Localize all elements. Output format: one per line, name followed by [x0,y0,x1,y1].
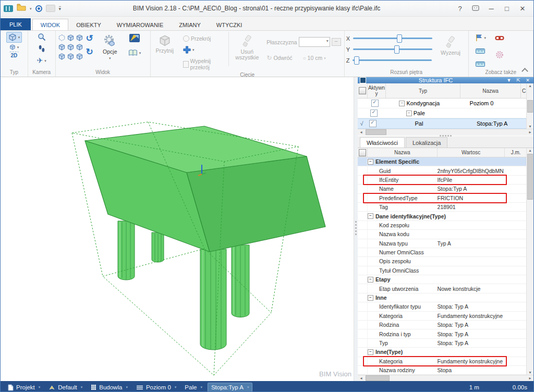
property-row[interactable]: Guid2nfnyY05rCrfgDIBhQdbMN [358,166,527,175]
tab-widok[interactable]: WIDOK [32,19,68,30]
links-icon[interactable] [495,34,504,43]
plane-combobox[interactable] [299,37,330,47]
structure-header-row[interactable]: Aktywny Typ Nazwa C [358,83,527,99]
property-row[interactable]: NameStopa:Typ A [358,185,527,193]
tab-lokalizacja[interactable]: Lokalizacja [406,137,447,148]
property-row[interactable]: Tytuł OmniClass [358,266,527,275]
property-row-ifcentity[interactable]: IfcEntityIfcPile [358,176,527,185]
structure-hscrollbar[interactable]: ◂ ▸ [358,129,533,135]
maximize-button[interactable]: □ [499,5,515,13]
tree-row-pale[interactable]: Pale [358,108,527,118]
collapse-icon[interactable] [368,349,373,355]
view-3d-button[interactable]: ▾ [6,32,22,43]
rotate-cw-icon[interactable]: ↻ [86,47,93,57]
structure-vscrollbar[interactable]: ▴▾ [526,83,533,129]
property-row[interactable]: Numer OmniClass [358,248,527,257]
pile-back [152,232,164,262]
gear-pink-icon[interactable] [495,51,504,61]
ruler-vertical-icon[interactable] [476,59,485,69]
flags-button[interactable]: ▾ [474,33,488,43]
property-group-row[interactable]: Dane identyfikacyjne(Type) [358,212,527,220]
minimize-button[interactable]: ─ [483,5,499,13]
zoom-extents-button[interactable] [35,5,42,12]
open-dropdown-icon[interactable]: ▾ [30,7,32,10]
property-row[interactable]: KategoriaFundamenty konstrukcyjne [358,312,527,321]
fullscreen-button[interactable] [468,5,483,13]
scrollbar-thumb[interactable] [366,129,386,135]
panel-dock-icon[interactable]: ⇱ [515,78,522,83]
viewport-3d[interactable]: BIM Vision [1,77,354,381]
properties-vscrollbar[interactable]: ▴▾ [526,148,533,375]
explode-y-slider[interactable] [353,48,432,50]
tab-plik[interactable]: PLIK [1,18,31,30]
property-row-kategoria-type[interactable]: KategoriaFundamenty konstrukcyjne [358,357,527,366]
property-row[interactable]: Nazwa rodzinyStopa [358,366,527,375]
tab-zmiany[interactable]: ZMIANY [171,19,209,30]
tab-obiekty[interactable]: OBIEKTY [68,19,109,30]
table-options-icon[interactable] [359,87,366,94]
tab-wtyczki[interactable]: WTYCZKI [209,19,250,30]
panel-close-icon[interactable]: ✕ [524,78,531,83]
properties-hscrollbar[interactable]: ◂ ▸ [358,375,533,381]
options-button[interactable]: Opcje ▾ [95,33,125,61]
statusbar-item-pale[interactable]: Pale▾ [181,383,205,391]
tab-wlasciwosci[interactable]: Właściwości [360,137,405,148]
explode-x-slider[interactable] [353,38,432,39]
table-options-icon[interactable] [359,149,366,156]
statusbar-item-budowla[interactable]: Budowla▾ [88,383,131,391]
collapse-icon[interactable] [368,159,373,165]
active-checkbox[interactable] [369,120,377,127]
statusbar-item-projekt[interactable]: Projekt▾ [5,383,43,392]
help-button[interactable]: ? [452,5,468,13]
tree-row-pal-selected[interactable]: √ Pal Stopa:Typ A [358,118,527,129]
property-group-row[interactable]: Inne(Type) [358,348,527,357]
properties-header-row[interactable]: Nazwa Wartosc J.m. [358,148,527,157]
structure-panel-titlebar[interactable]: Struktura IFC ▼ ⇱ ✕ [358,77,533,83]
explode-z-slider[interactable] [353,59,432,61]
walk-tool-icon[interactable] [37,44,47,54]
minimap-icon[interactable] [129,34,140,44]
property-row[interactable]: Kod zespołu [358,221,527,230]
scrollbar-thumb[interactable] [527,154,533,200]
map-view-icon[interactable]: ▾ [127,48,143,57]
property-row[interactable]: Etap utworzeniaNowe konstrukcje [358,284,527,293]
property-row[interactable]: Identyfikator typuStopa: Typ A [358,302,527,311]
property-row[interactable]: Tag218901 [358,203,527,212]
collapse-icon[interactable] [368,295,373,301]
active-checkbox[interactable] [370,109,378,117]
collapse-icon[interactable] [399,101,405,106]
property-group-row[interactable]: Inne [358,293,527,302]
statusbar-item-poziom[interactable]: Poziom 0▾ [133,383,179,391]
property-group-row[interactable]: Element Specific [358,157,527,166]
view-2d-button[interactable]: 2D [9,52,19,59]
property-row-predefinedtype[interactable]: PredefinedTypeFRICTION [358,194,527,203]
collapse-icon[interactable] [406,111,412,116]
panel-splitter[interactable] [354,77,358,381]
view-mode-button[interactable]: ▾ [8,43,21,51]
property-row[interactable]: RodzinaStopa: Typ A [358,321,527,329]
property-row[interactable]: Rodzina i typStopa: Typ A [358,329,527,338]
panel-menu-icon[interactable]: ▼ [505,78,513,83]
property-row[interactable]: TypStopa: Typ A [358,339,527,348]
close-button[interactable]: ✕ [515,5,530,13]
fly-tool-icon[interactable]: ✈▾ [35,55,48,66]
open-file-button[interactable] [17,4,26,13]
view-direction-buttons[interactable] [57,33,84,61]
scrollbar-thumb[interactable] [527,100,533,113]
tree-row-kondygnacja[interactable]: Kondygnacja Poziom 0 [358,99,527,108]
statusbar-item-default[interactable]: Default▾ [45,383,86,391]
property-group-row[interactable]: Etapy [358,275,527,284]
collapse-icon[interactable] [368,277,373,283]
ruler-horizontal-icon[interactable] [476,46,485,56]
property-row[interactable]: Nazwa typuTyp A [358,239,527,248]
property-row[interactable]: Nazwa kodu [358,230,527,239]
collapse-icon[interactable] [368,213,373,219]
scrollbar-thumb[interactable] [366,375,390,381]
add-section-button[interactable]: ▾ [181,45,196,55]
statusbar-item-stopa[interactable]: Stopa:Typ A▾ [208,383,253,392]
rotate-ccw-icon[interactable]: ↺ [86,34,93,43]
active-checkbox[interactable] [371,100,379,107]
property-row[interactable]: Opis zespołu [358,257,527,266]
zoom-tool-icon[interactable] [36,32,47,42]
tab-wymiarowanie[interactable]: WYMIAROWANIE [109,19,171,30]
